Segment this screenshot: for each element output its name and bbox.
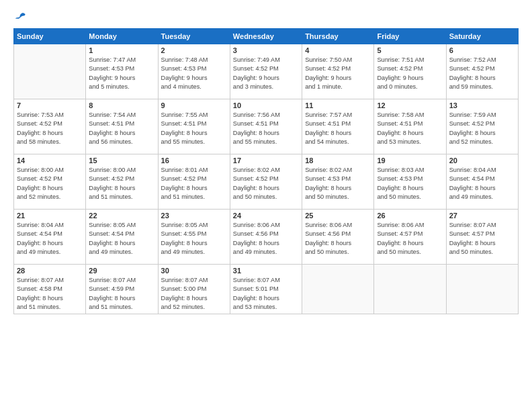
day-number: 21 [17,212,83,220]
weekday-friday: Friday [374,29,446,44]
day-number: 10 [233,101,299,109]
calendar-cell: 4Sunrise: 7:50 AM Sunset: 4:52 PM Daylig… [302,44,374,99]
day-number: 3 [233,46,299,54]
day-info: Sunrise: 7:47 AM Sunset: 4:53 PM Dayligh… [89,56,154,91]
calendar-cell: 8Sunrise: 7:54 AM Sunset: 4:51 PM Daylig… [86,99,158,154]
calendar-cell [374,265,446,314]
weekday-saturday: Saturday [446,29,518,44]
day-number: 7 [17,101,83,109]
week-row-1: 1Sunrise: 7:47 AM Sunset: 4:53 PM Daylig… [14,44,519,99]
weekday-wednesday: Wednesday [230,29,302,44]
day-number: 31 [233,267,299,275]
calendar-cell: 30Sunrise: 8:07 AM Sunset: 5:00 PM Dayli… [158,265,230,314]
day-number: 9 [161,101,227,109]
day-info: Sunrise: 8:06 AM Sunset: 4:56 PM Dayligh… [305,221,371,257]
day-info: Sunrise: 7:51 AM Sunset: 4:52 PM Dayligh… [377,56,443,91]
calendar-cell: 22Sunrise: 8:05 AM Sunset: 4:54 PM Dayli… [86,210,158,265]
day-info: Sunrise: 7:55 AM Sunset: 4:51 PM Dayligh… [161,111,227,146]
day-number: 27 [449,212,515,220]
weekday-thursday: Thursday [302,29,374,44]
day-info: Sunrise: 8:04 AM Sunset: 4:54 PM Dayligh… [17,221,83,257]
calendar-cell: 18Sunrise: 8:02 AM Sunset: 4:53 PM Dayli… [302,154,374,210]
day-number: 6 [449,46,515,54]
calendar-cell: 7Sunrise: 7:53 AM Sunset: 4:52 PM Daylig… [14,99,86,154]
day-number: 8 [89,101,154,109]
day-info: Sunrise: 7:49 AM Sunset: 4:52 PM Dayligh… [233,56,299,91]
day-info: Sunrise: 7:54 AM Sunset: 4:51 PM Dayligh… [89,111,154,146]
page-header [13,12,519,21]
calendar-cell: 1Sunrise: 7:47 AM Sunset: 4:53 PM Daylig… [86,44,158,99]
day-number: 12 [377,101,443,109]
calendar-cell: 17Sunrise: 8:02 AM Sunset: 4:52 PM Dayli… [230,154,302,210]
calendar-cell [446,265,518,314]
day-info: Sunrise: 8:06 AM Sunset: 4:56 PM Dayligh… [233,221,299,257]
weekday-header-row: SundayMondayTuesdayWednesdayThursdayFrid… [14,29,519,44]
day-number: 24 [233,212,299,220]
day-number: 17 [233,156,299,165]
day-info: Sunrise: 8:00 AM Sunset: 4:52 PM Dayligh… [17,166,83,201]
calendar-cell: 12Sunrise: 7:58 AM Sunset: 4:51 PM Dayli… [374,99,446,154]
calendar-cell: 23Sunrise: 8:05 AM Sunset: 4:55 PM Dayli… [158,210,230,265]
calendar-page: SundayMondayTuesdayWednesdayThursdayFrid… [0,0,532,411]
day-info: Sunrise: 7:52 AM Sunset: 4:52 PM Dayligh… [449,56,515,91]
day-info: Sunrise: 7:48 AM Sunset: 4:53 PM Dayligh… [161,56,227,91]
bird-icon [15,12,26,21]
calendar-cell: 26Sunrise: 8:06 AM Sunset: 4:57 PM Dayli… [374,210,446,265]
day-number: 4 [305,46,371,54]
calendar-cell: 9Sunrise: 7:55 AM Sunset: 4:51 PM Daylig… [158,99,230,154]
day-number: 13 [449,101,515,109]
day-number: 29 [89,267,154,275]
week-row-3: 14Sunrise: 8:00 AM Sunset: 4:52 PM Dayli… [14,154,519,210]
day-info: Sunrise: 8:07 AM Sunset: 5:01 PM Dayligh… [233,276,299,312]
weekday-sunday: Sunday [14,29,86,44]
calendar-cell [302,265,374,314]
day-number: 20 [449,156,515,165]
day-number: 1 [89,46,154,54]
calendar-cell: 11Sunrise: 7:57 AM Sunset: 4:51 PM Dayli… [302,99,374,154]
calendar-cell: 29Sunrise: 8:07 AM Sunset: 4:59 PM Dayli… [86,265,158,314]
day-info: Sunrise: 7:53 AM Sunset: 4:52 PM Dayligh… [17,111,83,146]
day-info: Sunrise: 7:59 AM Sunset: 4:52 PM Dayligh… [449,111,515,146]
day-number: 11 [305,101,371,109]
day-number: 14 [17,156,83,165]
day-info: Sunrise: 8:01 AM Sunset: 4:52 PM Dayligh… [161,166,227,201]
calendar-cell: 24Sunrise: 8:06 AM Sunset: 4:56 PM Dayli… [230,210,302,265]
day-number: 22 [89,212,154,220]
day-info: Sunrise: 8:07 AM Sunset: 5:00 PM Dayligh… [161,276,227,312]
day-number: 28 [17,267,83,275]
calendar-cell: 25Sunrise: 8:06 AM Sunset: 4:56 PM Dayli… [302,210,374,265]
calendar-cell: 31Sunrise: 8:07 AM Sunset: 5:01 PM Dayli… [230,265,302,314]
day-number: 18 [305,156,371,165]
week-row-5: 28Sunrise: 8:07 AM Sunset: 4:58 PM Dayli… [14,265,519,314]
calendar-cell: 6Sunrise: 7:52 AM Sunset: 4:52 PM Daylig… [446,44,518,99]
calendar-cell: 16Sunrise: 8:01 AM Sunset: 4:52 PM Dayli… [158,154,230,210]
day-info: Sunrise: 8:02 AM Sunset: 4:53 PM Dayligh… [305,166,371,201]
calendar-cell: 19Sunrise: 8:03 AM Sunset: 4:53 PM Dayli… [374,154,446,210]
calendar-cell [14,44,86,99]
calendar-cell: 28Sunrise: 8:07 AM Sunset: 4:58 PM Dayli… [14,265,86,314]
day-number: 2 [161,46,227,54]
calendar-cell: 27Sunrise: 8:07 AM Sunset: 4:57 PM Dayli… [446,210,518,265]
day-info: Sunrise: 8:07 AM Sunset: 4:58 PM Dayligh… [17,276,83,312]
day-info: Sunrise: 8:00 AM Sunset: 4:52 PM Dayligh… [89,166,154,201]
calendar-cell: 2Sunrise: 7:48 AM Sunset: 4:53 PM Daylig… [158,44,230,99]
day-number: 19 [377,156,443,165]
calendar-cell: 20Sunrise: 8:04 AM Sunset: 4:54 PM Dayli… [446,154,518,210]
weekday-monday: Monday [86,29,158,44]
weekday-tuesday: Tuesday [158,29,230,44]
day-info: Sunrise: 8:06 AM Sunset: 4:57 PM Dayligh… [377,221,443,257]
day-info: Sunrise: 7:56 AM Sunset: 4:51 PM Dayligh… [233,111,299,146]
day-number: 26 [377,212,443,220]
calendar-cell: 13Sunrise: 7:59 AM Sunset: 4:52 PM Dayli… [446,99,518,154]
day-info: Sunrise: 8:04 AM Sunset: 4:54 PM Dayligh… [449,166,515,201]
week-row-2: 7Sunrise: 7:53 AM Sunset: 4:52 PM Daylig… [14,99,519,154]
day-info: Sunrise: 7:58 AM Sunset: 4:51 PM Dayligh… [377,111,443,146]
day-number: 30 [161,267,227,275]
day-number: 25 [305,212,371,220]
day-info: Sunrise: 8:07 AM Sunset: 4:59 PM Dayligh… [89,276,154,312]
week-row-4: 21Sunrise: 8:04 AM Sunset: 4:54 PM Dayli… [14,210,519,265]
calendar-cell: 14Sunrise: 8:00 AM Sunset: 4:52 PM Dayli… [14,154,86,210]
day-number: 23 [161,212,227,220]
calendar-cell: 10Sunrise: 7:56 AM Sunset: 4:51 PM Dayli… [230,99,302,154]
day-info: Sunrise: 7:50 AM Sunset: 4:52 PM Dayligh… [305,56,371,91]
